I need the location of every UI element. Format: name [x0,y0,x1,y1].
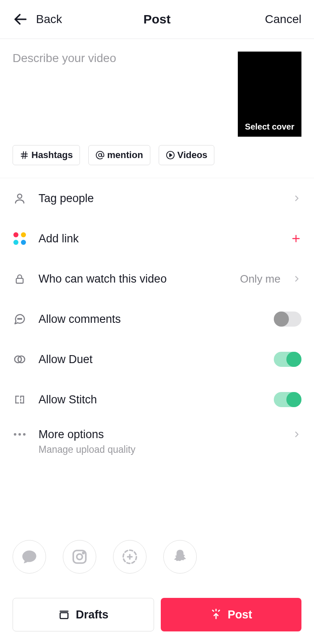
more-options-subtitle: Manage upload quality [39,444,301,465]
drafts-label: Drafts [76,608,108,621]
person-icon [13,191,27,205]
story-icon [121,548,139,566]
svg-line-4 [25,152,26,159]
privacy-row[interactable]: Who can watch this video Only me [13,259,301,299]
upload-icon [210,609,222,621]
select-cover-button[interactable]: Select cover [238,52,301,137]
hashtags-chip[interactable]: Hashtags [13,145,80,165]
add-link-row[interactable]: Add link [13,218,301,259]
svg-line-3 [23,152,23,159]
comment-icon [13,312,27,326]
select-cover-label: Select cover [245,122,294,132]
allow-comments-label: Allow comments [39,313,262,326]
svg-point-13 [19,318,20,319]
arrow-left-icon [13,11,28,27]
tag-people-label: Tag people [39,192,281,205]
svg-point-14 [21,318,22,319]
plus-icon [291,233,301,244]
svg-line-26 [213,610,214,611]
svg-rect-11 [16,278,23,283]
chat-bubble-icon [21,548,38,565]
privacy-value: Only me [240,273,281,286]
allow-duet-row: Allow Duet [13,339,301,379]
videos-chip[interactable]: Videos [159,145,215,165]
allow-duet-label: Allow Duet [39,353,262,366]
at-icon [95,151,105,160]
snapchat-icon [172,548,188,565]
description-input[interactable] [13,52,229,137]
back-button[interactable]: Back [13,11,62,27]
apps-icon [13,231,27,246]
svg-rect-23 [60,613,68,618]
chevron-right-icon [292,430,301,439]
tag-people-row[interactable]: Tag people [13,178,301,218]
drafts-icon [58,609,70,621]
back-label: Back [36,13,62,26]
cancel-button[interactable]: Cancel [265,13,301,26]
share-story-button[interactable] [113,540,147,574]
chevron-right-icon [292,274,301,283]
add-link-label: Add link [39,232,279,245]
share-snapchat-button[interactable] [163,540,197,574]
ellipsis-icon [13,427,27,441]
allow-stitch-toggle[interactable] [274,392,301,407]
svg-point-19 [83,552,84,553]
post-button[interactable]: Post [161,598,301,631]
more-options-label: More options [39,428,281,441]
drafts-button[interactable]: Drafts [13,598,154,631]
mention-chip[interactable]: mention [88,145,150,165]
lock-icon [13,272,27,286]
allow-comments-row: Allow comments [13,299,301,339]
videos-label: Videos [178,150,208,161]
svg-point-18 [77,554,82,559]
allow-stitch-row: Allow Stitch [13,379,301,420]
svg-point-12 [18,318,18,319]
svg-point-8 [18,194,22,198]
svg-marker-7 [170,153,172,156]
privacy-label: Who can watch this video [39,273,228,286]
hashtags-label: Hashtags [31,150,73,161]
instagram-icon [71,548,88,565]
share-instagram-button[interactable] [63,540,96,574]
page-title: Post [143,12,170,26]
svg-point-5 [98,153,101,156]
duet-icon [13,352,27,366]
allow-duet-toggle[interactable] [274,352,301,367]
chevron-right-icon [292,194,301,203]
play-circle-icon [166,151,175,160]
share-message-button[interactable] [13,540,46,574]
allow-comments-toggle[interactable] [274,312,301,327]
mention-label: mention [107,150,143,161]
hash-icon [20,151,29,160]
post-label: Post [228,608,252,621]
allow-stitch-label: Allow Stitch [39,393,262,406]
stitch-icon [13,392,27,407]
svg-line-28 [219,610,219,611]
